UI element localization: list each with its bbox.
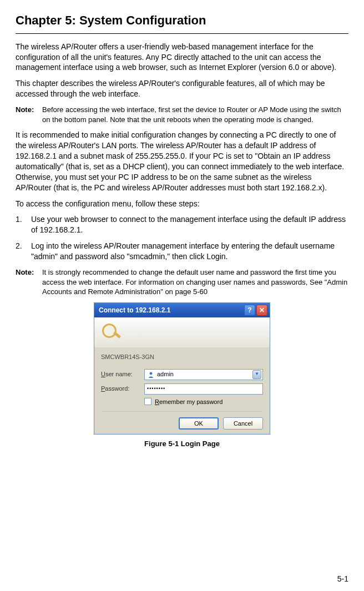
password-row: Password: •••••••• (101, 383, 263, 395)
step-2: 2. Log into the wireless AP/Router manag… (16, 241, 348, 262)
dialog-button-row: OK Cancel (101, 411, 263, 430)
steps-intro: To access the configuration menu, follow… (16, 199, 348, 209)
note-2: Note: It is strongly recommended to chan… (16, 267, 348, 297)
ok-button[interactable]: OK (179, 417, 219, 430)
username-label: User name: (101, 370, 144, 378)
page-number: 5-1 (337, 574, 348, 584)
realm-label: SMCWBR14S-3GN (101, 353, 263, 361)
remember-checkbox[interactable] (144, 398, 151, 405)
remember-row: Remember my password (144, 398, 263, 406)
password-label: Password: (101, 385, 144, 393)
password-value: •••••••• (147, 385, 261, 392)
dialog-banner (94, 317, 270, 347)
password-input[interactable]: •••••••• (144, 383, 263, 395)
chevron-down-icon[interactable]: ▼ (252, 370, 261, 379)
dialog-form: SMCWBR14S-3GN User name: admin ▼ Passwor… (94, 347, 270, 435)
login-dialog: Connect to 192.168.2.1 ? ✕ SMCWBR14S-3GN… (94, 302, 270, 435)
keys-icon (101, 322, 121, 342)
note-label: Note: (16, 105, 42, 124)
cancel-button[interactable]: Cancel (223, 417, 263, 430)
help-button[interactable]: ? (244, 305, 255, 316)
step-1-number: 1. (16, 214, 31, 235)
chapter-title: Chapter 5: System Configuration (16, 12, 348, 34)
note-1-body: Before accessing the web interface, firs… (42, 105, 348, 124)
svg-point-0 (150, 372, 153, 375)
remember-label: Remember my password (155, 398, 223, 406)
step-1: 1. Use your web browser to connect to th… (16, 214, 348, 235)
dialog-titlebar[interactable]: Connect to 192.168.2.1 ? ✕ (94, 303, 270, 317)
step-2-number: 2. (16, 241, 31, 262)
intro-paragraph-2: This chapter describes the wireless AP/R… (16, 78, 348, 99)
user-icon (147, 371, 155, 378)
recommendation-paragraph: It is recommended to make initial config… (16, 130, 348, 193)
figure-caption: Figure 5-1 Login Page (16, 439, 348, 449)
step-2-body: Log into the wireless AP/Router manageme… (31, 241, 348, 262)
login-dialog-figure: Connect to 192.168.2.1 ? ✕ SMCWBR14S-3GN… (16, 302, 348, 435)
dialog-title: Connect to 192.168.2.1 (99, 306, 243, 315)
username-row: User name: admin ▼ (101, 369, 263, 380)
intro-paragraph-1: The wireless AP/Router offers a user-fri… (16, 42, 348, 73)
username-value: admin (157, 370, 252, 378)
note-1: Note: Before accessing the web interface… (16, 105, 348, 124)
close-button[interactable]: ✕ (256, 305, 267, 316)
username-input[interactable]: admin ▼ (144, 369, 263, 380)
note-2-body: It is strongly recommended to change the… (42, 267, 348, 297)
step-1-body: Use your web browser to connect to the m… (31, 214, 348, 235)
note-label: Note: (16, 267, 42, 297)
